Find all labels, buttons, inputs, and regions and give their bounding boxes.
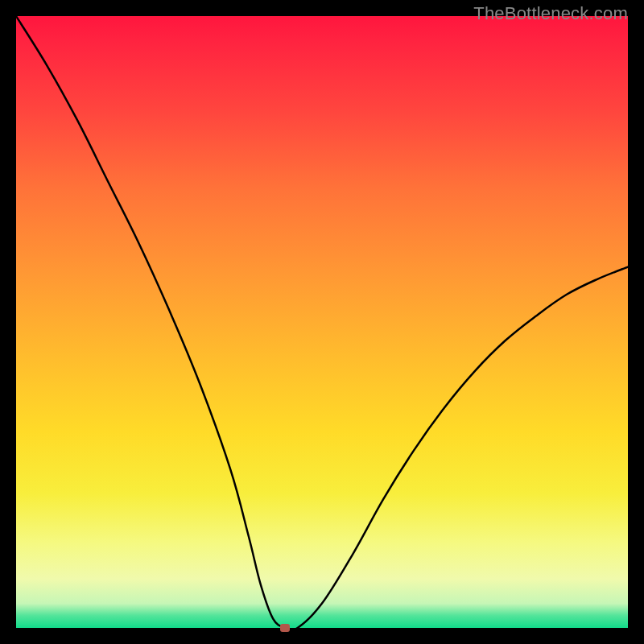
- bottleneck-curve: [16, 16, 628, 628]
- chart-plot-area: [16, 16, 628, 628]
- watermark-text: TheBottleneck.com: [473, 3, 628, 24]
- minimum-marker: [280, 624, 290, 632]
